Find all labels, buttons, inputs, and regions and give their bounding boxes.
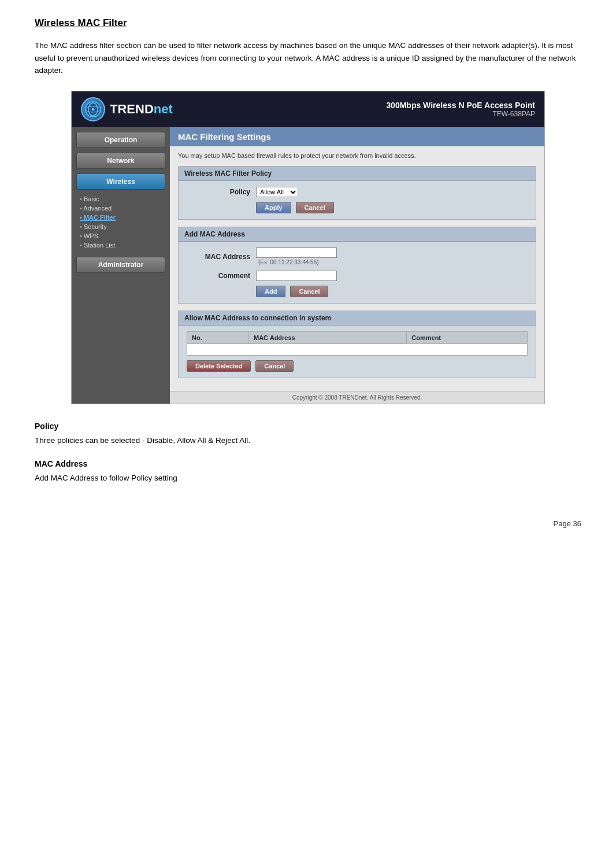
mac-text: Add MAC Address to follow Policy setting xyxy=(35,472,581,485)
wireless-submenu: Basic Advanced MAC Filter Security WPS S… xyxy=(72,192,170,252)
svg-point-3 xyxy=(92,108,95,110)
submenu-basic[interactable]: Basic xyxy=(80,194,170,204)
allow-mac-section-header: Allow MAC Address to connection in syste… xyxy=(179,311,536,326)
policy-buttons: Apply Cancel xyxy=(256,202,528,213)
page-number: Page 36 xyxy=(35,519,581,528)
network-button[interactable]: Network xyxy=(76,153,165,169)
policy-row: Policy Disable Allow All Reject All xyxy=(187,187,528,197)
policy-label: Policy xyxy=(187,188,256,196)
add-mac-cancel-button[interactable]: Cancel xyxy=(290,286,328,297)
mac-heading: MAC Address xyxy=(35,459,581,468)
policy-select[interactable]: Disable Allow All Reject All xyxy=(256,187,298,197)
allow-mac-buttons: Delete Selected Cancel xyxy=(187,360,528,372)
policy-section-header: Wireless MAC Filter Policy xyxy=(179,167,536,181)
mac-address-label: MAC Address xyxy=(187,253,256,261)
allow-mac-section: Allow MAC Address to connection in syste… xyxy=(178,311,536,378)
router-footer: Copyright © 2008 TRENDnet. All Rights Re… xyxy=(170,391,544,404)
policy-cancel-button[interactable]: Cancel xyxy=(296,202,334,213)
add-mac-section-body: MAC Address (Ex: 00:11:22:33:44:55) Comm… xyxy=(179,242,536,303)
submenu-wps[interactable]: WPS xyxy=(80,231,170,241)
table-header-mac: MAC Address xyxy=(249,331,407,343)
table-row-empty xyxy=(187,343,528,355)
mac-table: No. MAC Address Comment xyxy=(187,331,528,356)
policy-apply-button[interactable]: Apply xyxy=(256,202,291,213)
mac-explanation: MAC Address Add MAC Address to follow Po… xyxy=(35,459,581,485)
router-screenshot: TRENDnet 300Mbps Wireless N PoE Access P… xyxy=(71,91,545,404)
content-desc: You may setup MAC based firewall rules t… xyxy=(178,152,536,159)
policy-explanation: Policy Three policies can be selected - … xyxy=(35,422,581,447)
wireless-button[interactable]: Wireless xyxy=(76,173,165,190)
allow-mac-cancel-button[interactable]: Cancel xyxy=(255,360,294,372)
logo-icon xyxy=(81,97,105,121)
table-header-comment: Comment xyxy=(407,331,528,343)
administrator-button[interactable]: Administrator xyxy=(76,257,165,273)
router-model-info: 300Mbps Wireless N PoE Access Point TEW-… xyxy=(386,101,535,118)
mac-address-row: MAC Address (Ex: 00:11:22:33:44:55) xyxy=(187,247,528,266)
mac-address-input[interactable] xyxy=(256,247,337,258)
policy-section: Wireless MAC Filter Policy Policy Disabl… xyxy=(178,166,536,220)
add-mac-section-header: Add MAC Address xyxy=(179,227,536,242)
operation-button[interactable]: Operation xyxy=(76,132,165,148)
delete-selected-button[interactable]: Delete Selected xyxy=(187,360,251,372)
content-inner: You may setup MAC based firewall rules t… xyxy=(170,146,544,391)
submenu-mac-filter[interactable]: MAC Filter xyxy=(80,213,170,222)
content-area: MAC Filtering Settings You may setup MAC… xyxy=(170,127,544,404)
sidebar: Operation Network Wireless Basic Advance… xyxy=(72,127,170,404)
model-title: 300Mbps Wireless N PoE Access Point xyxy=(386,101,535,110)
content-header: MAC Filtering Settings xyxy=(170,127,544,146)
submenu-advanced[interactable]: Advanced xyxy=(80,204,170,213)
policy-section-body: Policy Disable Allow All Reject All Appl… xyxy=(179,181,536,219)
mac-example-text: (Ex: 00:11:22:33:44:55) xyxy=(258,259,319,265)
comment-label: Comment xyxy=(187,272,256,280)
submenu-security[interactable]: Security xyxy=(80,222,170,231)
router-logo: TRENDnet xyxy=(81,97,173,121)
add-mac-buttons: Add Cancel xyxy=(256,286,528,297)
add-mac-button[interactable]: Add xyxy=(256,286,285,297)
policy-text: Three policies can be selected - Disable… xyxy=(35,434,581,447)
policy-heading: Policy xyxy=(35,422,581,431)
table-header-no: No. xyxy=(187,331,249,343)
page-title: Wireless MAC Filter xyxy=(35,17,581,29)
intro-text: The MAC address filter section can be us… xyxy=(35,39,581,77)
allow-mac-section-body: No. MAC Address Comment xyxy=(179,326,536,378)
router-body: Operation Network Wireless Basic Advance… xyxy=(72,127,544,404)
add-mac-section: Add MAC Address MAC Address (Ex: 00:11:2… xyxy=(178,227,536,304)
logo-text: TRENDnet xyxy=(110,102,173,117)
comment-row: Comment xyxy=(187,271,528,281)
router-header: TRENDnet 300Mbps Wireless N PoE Access P… xyxy=(72,91,544,127)
submenu-station-list[interactable]: Station List xyxy=(80,241,170,250)
model-sub: TEW-638PAP xyxy=(386,110,535,118)
comment-input[interactable] xyxy=(256,271,337,281)
